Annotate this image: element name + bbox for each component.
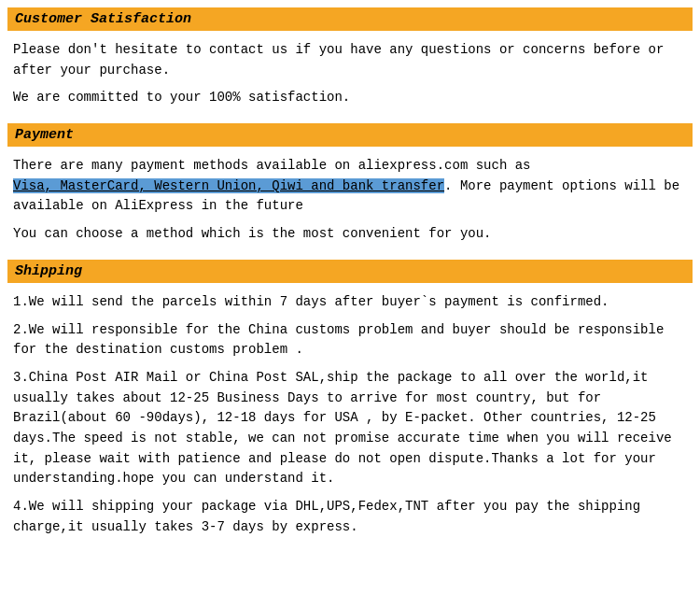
shipping-header: Shipping [7,260,693,283]
shipping-item-4: 4.We will shipping your package via DHL,… [13,497,687,537]
shipping-item-3: 3.China Post AIR Mail or China Post SAL,… [13,368,687,489]
payment-methods-highlight: Visa, MasterCard, Western Union, Qiwi an… [13,178,444,193]
payment-intro-line: There are many payment methods available… [13,156,687,217]
shipping-item-2: 2.We will responsible for the China cust… [13,320,687,361]
shipping-title: Shipping [15,263,82,279]
payment-intro-text: There are many payment methods available… [13,158,531,173]
customer-satisfaction-title: Customer Satisfaction [15,11,191,27]
shipping-item-1: 1.We will send the parcels within 7 days… [13,292,687,313]
customer-satisfaction-header: Customer Satisfaction [7,7,693,31]
payment-header: Payment [7,123,693,147]
payment-closing: You can choose a method which is the mos… [13,224,687,245]
customer-satisfaction-section: Customer Satisfaction Please don't hesit… [7,7,693,108]
customer-satisfaction-para2: We are committed to your 100% satisfacti… [13,88,687,108]
customer-satisfaction-para1: Please don't hesitate to contact us if y… [13,40,687,80]
customer-satisfaction-body: Please don't hesitate to contact us if y… [7,40,693,108]
payment-section: Payment There are many payment methods a… [7,123,693,245]
payment-body: There are many payment methods available… [7,156,693,245]
shipping-body: 1.We will send the parcels within 7 days… [7,292,693,538]
payment-title: Payment [15,127,74,143]
shipping-section: Shipping 1.We will send the parcels with… [7,260,693,538]
